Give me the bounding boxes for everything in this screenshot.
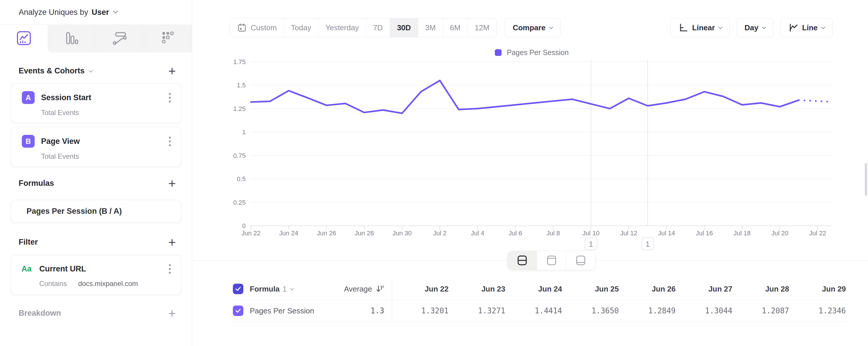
breakdown-header: Breakdown + (0, 309, 192, 318)
kebab-menu-icon[interactable] (168, 92, 172, 104)
scale-dropdown[interactable]: Linear (670, 18, 730, 37)
events-cohorts-title: Events & Cohorts (19, 66, 85, 76)
svg-text:1: 1 (242, 128, 246, 136)
event-badge-b: B (22, 135, 35, 148)
formula-group-dropdown[interactable]: Formula 1 (250, 285, 293, 294)
add-breakdown-button[interactable]: + (168, 309, 176, 318)
svg-text:0.25: 0.25 (233, 199, 246, 206)
formula-expression[interactable]: Pages Per Session (B / A) (27, 207, 122, 216)
layout-split-button[interactable] (508, 251, 537, 270)
tab-insights[interactable] (0, 25, 48, 52)
svg-text:Jul 16: Jul 16 (696, 230, 713, 237)
filter-property[interactable]: Current URL (39, 264, 86, 273)
chart-type-dropdown[interactable]: Line (780, 18, 833, 37)
svg-text:Jul 2: Jul 2 (433, 230, 446, 237)
cell-value: 1.4414 (505, 307, 562, 315)
chart-controls-toolbar: Linear Day Line (670, 18, 833, 37)
chevron-down-icon[interactable] (89, 68, 93, 72)
add-event-button[interactable]: + (168, 67, 176, 76)
event-card-session-start[interactable]: A Session Start Total Events (11, 83, 181, 123)
filter-card-current-url[interactable]: Aa Current URL Contains docs.mixpanel.co… (11, 255, 181, 295)
results-table: Formula 1 Average Jun 22 Jun 23 Jun 24 J… (233, 278, 846, 322)
filter-value[interactable]: docs.mixpanel.com (78, 280, 138, 287)
date-column-header: Jun 23 (448, 285, 505, 294)
filter-operator[interactable]: Contains (39, 280, 67, 287)
date-column-header: Jun 22 (392, 285, 448, 294)
svg-text:Jun 30: Jun 30 (392, 230, 411, 237)
date-column-header: Jun 27 (676, 285, 732, 294)
analyze-label: Analyze Uniques by (19, 8, 88, 17)
date-column-header: Jun 28 (732, 285, 789, 294)
events-cohorts-header: Events & Cohorts + (0, 66, 192, 76)
range-7d[interactable]: 7D (366, 18, 390, 37)
svg-text:0.5: 0.5 (237, 175, 246, 183)
formulas-title: Formulas (19, 179, 54, 188)
range-30d[interactable]: 30D (390, 18, 418, 37)
event-aggregation[interactable]: Total Events (41, 152, 79, 160)
range-3m[interactable]: 3M (418, 18, 443, 37)
average-value: 1.3 (371, 307, 384, 315)
event-title[interactable]: Session Start (41, 93, 91, 102)
tab-retention[interactable] (144, 25, 192, 52)
cell-value: 1.2087 (732, 307, 789, 315)
average-column-header[interactable]: Average (344, 285, 384, 294)
row-checkbox[interactable] (233, 306, 243, 316)
analyze-value-dropdown[interactable]: User (92, 8, 109, 17)
svg-text:Jul 14: Jul 14 (658, 230, 675, 237)
layout-chart-only-button[interactable] (537, 251, 566, 270)
trend-chart[interactable]: 00.250.50.7511.251.51.75Jun 22Jun 24Jun … (192, 41, 868, 259)
compare-button[interactable]: Compare (505, 18, 560, 37)
analyze-uniques-row: Analyze Uniques by User (0, 0, 192, 25)
layout-table-only-button[interactable] (566, 251, 595, 270)
date-range-toolbar: Custom Today Yesterday 7D 30D 3M 6M 12M … (230, 18, 560, 37)
table-row[interactable]: Pages Per Session 1.3 1.3201 1.3271 1.44… (233, 300, 846, 322)
range-custom[interactable]: Custom (230, 18, 284, 37)
sidebar: Analyze Uniques by User (0, 0, 192, 346)
range-6m[interactable]: 6M (443, 18, 467, 37)
add-filter-button[interactable]: + (168, 238, 176, 247)
chevron-down-icon (549, 25, 553, 29)
tab-bar-chart[interactable] (48, 25, 96, 52)
tab-flows[interactable] (96, 25, 144, 52)
select-all-checkbox[interactable] (233, 284, 243, 294)
kebab-menu-icon[interactable] (168, 136, 172, 147)
svg-text:Jul 6: Jul 6 (508, 230, 522, 237)
svg-text:Jul 20: Jul 20 (771, 230, 788, 237)
kebab-menu-icon[interactable] (168, 263, 172, 275)
svg-text:Jul 10: Jul 10 (583, 230, 600, 237)
range-yesterday[interactable]: Yesterday (318, 18, 366, 37)
svg-text:Jun 28: Jun 28 (354, 230, 374, 237)
insights-icon (16, 30, 32, 47)
cell-value: 1.3271 (448, 307, 505, 315)
interval-dropdown[interactable]: Day (737, 18, 773, 37)
linear-axis-icon (678, 23, 688, 33)
svg-text:Jul 12: Jul 12 (620, 230, 638, 237)
calendar-icon (237, 23, 247, 32)
sort-icon (375, 285, 384, 293)
svg-text:Jun 26: Jun 26 (317, 230, 336, 237)
svg-text:1.75: 1.75 (233, 58, 246, 65)
date-column-header: Jun 26 (619, 285, 676, 294)
range-12m[interactable]: 12M (467, 18, 497, 37)
event-card-page-view[interactable]: B Page View Total Events (11, 127, 181, 167)
svg-text:Jul 22: Jul 22 (809, 230, 826, 237)
line-chart-icon (788, 23, 798, 33)
cell-value: 1.2346 (789, 307, 846, 315)
event-title[interactable]: Page View (41, 137, 80, 146)
svg-text:Jul 4: Jul 4 (471, 230, 484, 237)
svg-text:0: 0 (242, 222, 246, 230)
retention-grid-icon (160, 30, 176, 47)
formulas-header: Formulas + (0, 179, 192, 188)
formula-card[interactable]: Pages Per Session (B / A) (11, 200, 181, 223)
scrollbar-thumb[interactable] (865, 163, 867, 196)
chevron-down-icon[interactable] (113, 9, 118, 14)
chevron-down-icon (290, 287, 294, 290)
add-formula-button[interactable]: + (168, 179, 176, 188)
svg-text:1.25: 1.25 (233, 105, 246, 112)
report-tabs (0, 25, 192, 52)
svg-text:1.5: 1.5 (237, 82, 246, 89)
event-aggregation[interactable]: Total Events (41, 109, 79, 116)
chevron-down-icon (762, 25, 766, 29)
filter-title: Filter (19, 238, 38, 247)
range-today[interactable]: Today (284, 18, 318, 37)
